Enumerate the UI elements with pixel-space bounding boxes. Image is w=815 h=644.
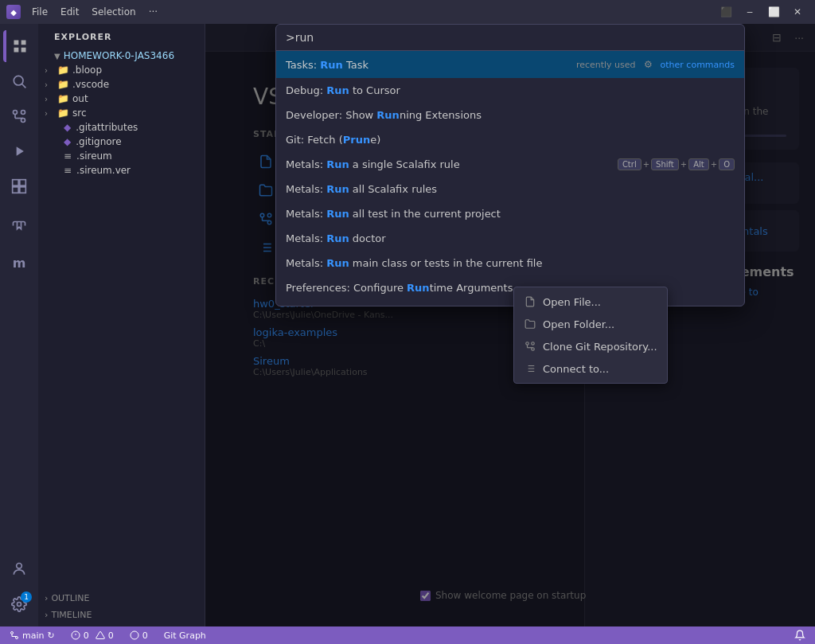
menu-more[interactable]: ··· [144, 5, 162, 19]
menu-selection[interactable]: Selection [87, 5, 140, 19]
svg-rect-7 [13, 180, 19, 186]
command-item-developer-run[interactable]: Developer: Show Running Extensions [276, 103, 744, 127]
command-label-debug: Debug: Run to Cursor [286, 84, 400, 96]
menu-file[interactable]: File [27, 5, 53, 19]
status-git-graph[interactable]: Git Graph [161, 630, 209, 641]
activity-item-settings[interactable]: 1 [3, 588, 35, 620]
ctx-open-file[interactable]: Open File... [514, 291, 667, 313]
kbd-o: O [719, 158, 735, 170]
command-item-metals-doctor[interactable]: Metals: Run doctor [276, 226, 744, 251]
command-label-git: Git: Fetch (Prune) [286, 134, 380, 146]
folder-icon-bloop: 📁 [57, 64, 69, 76]
folder-bloop[interactable]: › 📁 .bloop [38, 63, 205, 77]
kbd-plus2: + [680, 160, 687, 169]
svg-point-21 [532, 342, 535, 345]
status-remote[interactable]: 0 [127, 630, 151, 641]
outline-section[interactable]: › OUTLINE [38, 590, 205, 607]
timeline-arrow: › [45, 610, 48, 620]
activity-item-extensions[interactable] [3, 170, 35, 202]
warning-count: 0 [108, 630, 114, 641]
branch-name: main [22, 630, 44, 641]
folder-label-out: out [72, 93, 88, 104]
close-button[interactable]: ✕ [786, 3, 809, 21]
highlight-run-tasks: Run [320, 59, 343, 71]
ctx-open-folder[interactable]: Open Folder... [514, 313, 667, 335]
activity-item-test[interactable] [3, 212, 35, 244]
highlight-prun-git: Prun [343, 134, 370, 146]
command-item-left-git: Git: Fetch (Prune) [286, 134, 380, 146]
ctx-clone-repo-label: Clone Git Repository... [543, 341, 657, 353]
file-sireum[interactable]: ≡ .sireum [38, 149, 205, 163]
error-count: 0 [84, 630, 89, 641]
ctx-connect-to[interactable]: Connect to... [514, 357, 667, 380]
file-label-gitignore: .gitignore [76, 136, 121, 147]
highlight-run-debug: Run [326, 84, 349, 96]
command-item-prefs-runtime[interactable]: Preferences: Configure Runtime Arguments [276, 275, 744, 300]
file-gitignore[interactable]: ◆ .gitignore [38, 135, 205, 149]
svg-line-1 [22, 84, 26, 88]
remote-count: 0 [142, 630, 148, 641]
other-commands-label[interactable]: other commands [661, 60, 735, 70]
ctx-clone-repo[interactable]: Clone Git Repository... [514, 335, 667, 357]
file-gitattributes[interactable]: ◆ .gitattributes [38, 120, 205, 135]
command-item-run-debug-focus[interactable]: Run and Debug: Focus on Run View Ctrl + … [276, 300, 744, 306]
folder-vscode[interactable]: › 📁 .vscode [38, 77, 205, 92]
command-label-prefs-runtime: Preferences: Configure Runtime Arguments [286, 282, 513, 294]
menu-edit[interactable]: Edit [56, 5, 84, 19]
titlebar-left: ◆ File Edit Selection ··· [6, 5, 162, 19]
command-item-git-prune[interactable]: Git: Fetch (Prune) [276, 127, 744, 152]
dot-icon: ◆ [64, 122, 71, 133]
folder-src[interactable]: › 📁 src [38, 106, 205, 120]
command-item-tasks-run[interactable]: Tasks: Run Task recently used ⚙ other co… [276, 51, 744, 78]
folder-icon-vscode: 📁 [57, 79, 69, 90]
sidebar: Explorer ▼ HOMEWORK-0-JAS3466 › 📁 .bloop… [38, 24, 205, 626]
maximize-button[interactable]: ⬜ [762, 3, 785, 21]
command-item-metals-all-test[interactable]: Metals: Run all test in the current proj… [276, 201, 744, 226]
command-item-metals-single[interactable]: Metals: Run a single Scalafix rule Ctrl … [276, 152, 744, 177]
outline-label: OUTLINE [51, 593, 89, 603]
command-item-left-tasks: Tasks: Run Task [286, 59, 369, 71]
gear-button-tasks[interactable]: ⚙ [642, 57, 654, 72]
command-palette: Tasks: Run Task recently used ⚙ other co… [275, 24, 745, 306]
activity-item-explorer[interactable] [3, 30, 35, 62]
ctx-connect-to-label: Connect to... [543, 363, 609, 375]
folder-arrow-vscode: › [45, 80, 54, 89]
highlight-run-metals1: Run [326, 158, 349, 170]
command-label-metals-main: Metals: Run main class or tests in the c… [286, 257, 542, 269]
activity-item-search[interactable] [3, 65, 35, 97]
folder-out[interactable]: › 📁 out [38, 92, 205, 106]
sidebar-bottom: › OUTLINE › TIMELINE [38, 587, 205, 626]
activity-item-run[interactable] [3, 135, 35, 167]
kbd-plus1: + [643, 160, 649, 169]
kbd-ctrl: Ctrl [618, 158, 641, 170]
command-palette-input[interactable] [286, 31, 735, 44]
minimize-button[interactable]: – [739, 3, 761, 21]
file-sireum-ver[interactable]: ≡ .sireum.ver [38, 163, 205, 178]
menu-bar: File Edit Selection ··· [27, 5, 162, 19]
command-item-metals-main[interactable]: Metals: Run main class or tests in the c… [276, 251, 744, 275]
command-item-left-metals-single: Metals: Run a single Scalafix rule [286, 158, 460, 170]
layout-button[interactable]: ⬛ [715, 3, 737, 21]
svg-point-24 [11, 632, 14, 634]
activity-item-metals[interactable]: m [3, 247, 35, 279]
error-icon [71, 630, 80, 640]
workspace-root[interactable]: ▼ HOMEWORK-0-JAS3466 [38, 49, 205, 63]
command-item-debug-run[interactable]: Debug: Run to Cursor [276, 78, 744, 103]
ctx-open-folder-label: Open Folder... [543, 318, 614, 330]
command-overlay: Tasks: Run Task recently used ⚙ other co… [205, 24, 815, 626]
command-item-metals-all-scalafix[interactable]: Metals: Run all Scalafix rules [276, 177, 744, 201]
status-errors[interactable]: 0 0 [68, 630, 117, 641]
folder-arrow-out: › [45, 95, 54, 103]
timeline-section[interactable]: › TIMELINE [38, 607, 205, 623]
command-results: Tasks: Run Task recently used ⚙ other co… [276, 51, 744, 306]
activity-item-account[interactable] [3, 553, 35, 585]
folder-icon-out: 📁 [57, 93, 69, 104]
file-tree: ▼ HOMEWORK-0-JAS3466 › 📁 .bloop › 📁 .vsc… [38, 47, 205, 179]
status-bell[interactable] [791, 630, 809, 641]
chevron-down-icon: ▼ [54, 52, 60, 60]
app-logo: ◆ [6, 5, 21, 19]
command-label-metals-all-test: Metals: Run all test in the current proj… [286, 208, 501, 220]
git-graph-label: Git Graph [164, 630, 206, 641]
status-branch[interactable]: main ↻ [6, 630, 58, 641]
activity-item-scm[interactable] [3, 100, 35, 132]
